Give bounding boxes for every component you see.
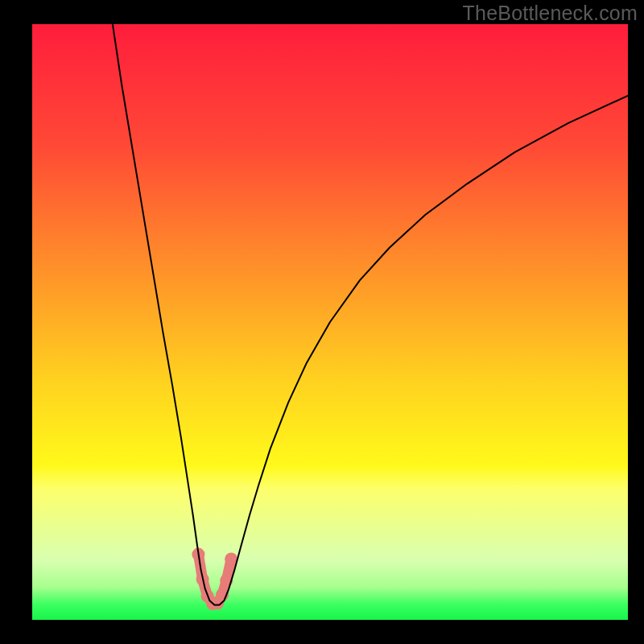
bottleneck-plot: [32, 24, 628, 620]
chart-frame: TheBottleneck.com: [0, 0, 644, 644]
plot-svg: [32, 24, 628, 620]
watermark-label: TheBottleneck.com: [463, 2, 638, 25]
